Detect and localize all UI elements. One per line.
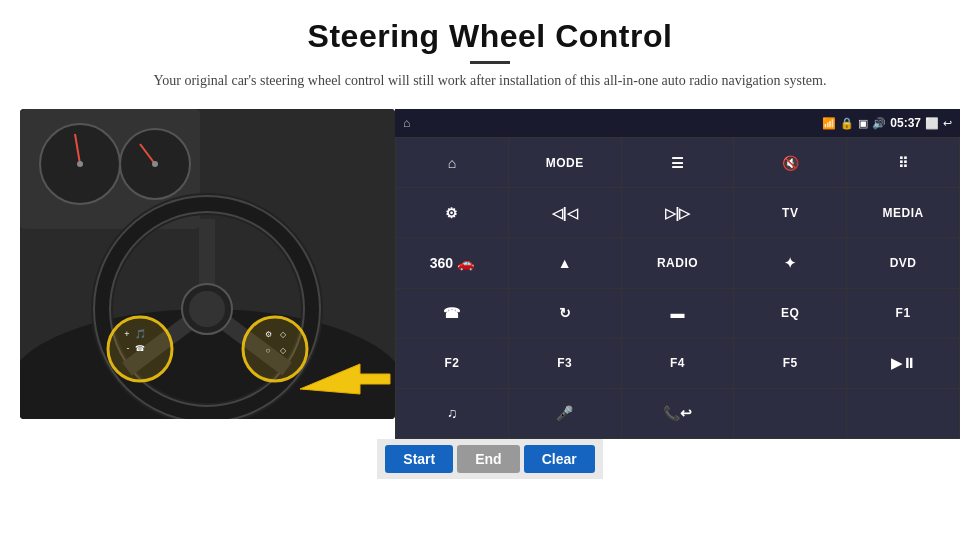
ctrl-btn-brightness[interactable]: ✦ (734, 238, 846, 287)
ctrl-btn-minus[interactable]: ▬ (622, 289, 734, 338)
music-icon: ♫ (447, 405, 458, 421)
radio-icon: RADIO (657, 256, 698, 270)
back-icon: ↩ (943, 117, 952, 130)
status-bar: ⌂ 📶 🔒 ▣ 🔊 05:37 ⬜ ↩ (395, 109, 960, 137)
dvd-icon: DVD (890, 256, 917, 270)
camera-360-icon: 360 🚗 (430, 255, 474, 271)
sd-icon: ▣ (858, 117, 868, 130)
ctrl-btn-eject[interactable]: ▲ (509, 238, 621, 287)
ctrl-btn-rotate[interactable]: ↻ (509, 289, 621, 338)
ctrl-btn-f5[interactable]: F5 (734, 339, 846, 388)
ctrl-btn-home[interactable]: ⌂ (396, 138, 508, 187)
ctrl-btn-mode[interactable]: MODE (509, 138, 621, 187)
button-grid: ⌂MODE☰🔇⠿⚙◁|◁▷|▷TVMEDIA360 🚗▲RADIO✦DVD☎↻▬… (395, 137, 960, 439)
ctrl-btn-camera-360[interactable]: 360 🚗 (396, 238, 508, 287)
minus-icon: ▬ (670, 305, 684, 321)
ctrl-btn-f1[interactable]: F1 (847, 289, 959, 338)
svg-point-8 (152, 161, 158, 167)
ctrl-btn-media[interactable]: MEDIA (847, 188, 959, 237)
mode-icon: MODE (546, 156, 584, 170)
bt-icon: 🔊 (872, 117, 886, 130)
f1-icon: F1 (896, 306, 911, 320)
svg-text:○: ○ (266, 346, 271, 355)
prev-icon: ◁|◁ (552, 205, 578, 221)
ctrl-btn-next[interactable]: ▷|▷ (622, 188, 734, 237)
svg-text:-: - (127, 343, 130, 353)
ctrl-btn-music[interactable]: ♫ (396, 389, 508, 438)
eq-icon: EQ (781, 306, 799, 320)
time-display: 05:37 (890, 116, 921, 130)
ctrl-btn-menu[interactable]: ☰ (622, 138, 734, 187)
svg-text:◇: ◇ (280, 346, 287, 355)
ctrl-btn-apps[interactable]: ⠿ (847, 138, 959, 187)
ctrl-btn-empty2[interactable] (847, 389, 959, 438)
end-button[interactable]: End (457, 445, 519, 473)
ctrl-btn-phone[interactable]: ☎ (396, 289, 508, 338)
next-icon: ▷|▷ (665, 205, 691, 221)
ctrl-btn-radio[interactable]: RADIO (622, 238, 734, 287)
svg-text:+: + (124, 329, 129, 339)
settings-icon: ⚙ (445, 205, 458, 221)
media-icon: MEDIA (883, 206, 924, 220)
svg-point-7 (77, 161, 83, 167)
page-wrapper: Steering Wheel Control Your original car… (0, 0, 980, 544)
page-subtitle: Your original car's steering wheel contr… (154, 70, 827, 91)
mute-icon: 🔇 (782, 155, 799, 171)
window-icon: ⬜ (925, 117, 939, 130)
status-right: 📶 🔒 ▣ 🔊 05:37 ⬜ ↩ (822, 116, 952, 130)
lock-icon: 🔒 (840, 117, 854, 130)
page-title: Steering Wheel Control (154, 18, 827, 55)
svg-point-20 (243, 317, 307, 381)
f2-icon: F2 (444, 356, 459, 370)
ctrl-btn-empty1[interactable] (734, 389, 846, 438)
eject-icon: ▲ (558, 255, 572, 271)
status-left: ⌂ (403, 116, 410, 131)
wifi-icon: 📶 (822, 117, 836, 130)
rotate-icon: ↻ (559, 305, 571, 321)
ctrl-btn-tv[interactable]: TV (734, 188, 846, 237)
mic-icon: 🎤 (556, 405, 573, 421)
phone-icon: ☎ (443, 305, 460, 321)
clear-button[interactable]: Clear (524, 445, 595, 473)
svg-text:◇: ◇ (280, 330, 287, 339)
home-status-icon: ⌂ (403, 116, 410, 131)
title-section: Steering Wheel Control Your original car… (154, 18, 827, 103)
ctrl-btn-mute[interactable]: 🔇 (734, 138, 846, 187)
home-icon: ⌂ (448, 155, 456, 171)
ctrl-btn-dvd[interactable]: DVD (847, 238, 959, 287)
ctrl-btn-call-end[interactable]: 📞↩ (622, 389, 734, 438)
ctrl-btn-f3[interactable]: F3 (509, 339, 621, 388)
content-area: + 🎵 - ☎ ⚙ ◇ ○ ◇ ⌂ 📶 (20, 109, 960, 439)
brightness-icon: ✦ (784, 255, 796, 271)
ctrl-btn-eq[interactable]: EQ (734, 289, 846, 338)
ctrl-btn-play-pause[interactable]: ▶⏸ (847, 339, 959, 388)
call-end-icon: 📞↩ (663, 405, 692, 421)
menu-icon: ☰ (671, 155, 684, 171)
ctrl-btn-prev[interactable]: ◁|◁ (509, 188, 621, 237)
ctrl-btn-f4[interactable]: F4 (622, 339, 734, 388)
f5-icon: F5 (783, 356, 798, 370)
svg-point-16 (189, 291, 225, 327)
svg-text:🎵: 🎵 (135, 328, 147, 340)
ctrl-btn-f2[interactable]: F2 (396, 339, 508, 388)
apps-icon: ⠿ (898, 155, 908, 171)
f4-icon: F4 (670, 356, 685, 370)
f3-icon: F3 (557, 356, 572, 370)
svg-text:☎: ☎ (135, 344, 145, 353)
control-panel: ⌂ 📶 🔒 ▣ 🔊 05:37 ⬜ ↩ ⌂MODE☰🔇⠿⚙◁|◁▷|▷TVMED… (395, 109, 960, 439)
tv-icon: TV (782, 206, 798, 220)
play-pause-icon: ▶⏸ (891, 355, 916, 371)
action-bar: Start End Clear (377, 439, 602, 479)
ctrl-btn-settings[interactable]: ⚙ (396, 188, 508, 237)
svg-text:⚙: ⚙ (265, 330, 272, 339)
title-divider (470, 61, 510, 64)
ctrl-btn-mic[interactable]: 🎤 (509, 389, 621, 438)
steering-wheel-image: + 🎵 - ☎ ⚙ ◇ ○ ◇ (20, 109, 395, 419)
start-button[interactable]: Start (385, 445, 453, 473)
